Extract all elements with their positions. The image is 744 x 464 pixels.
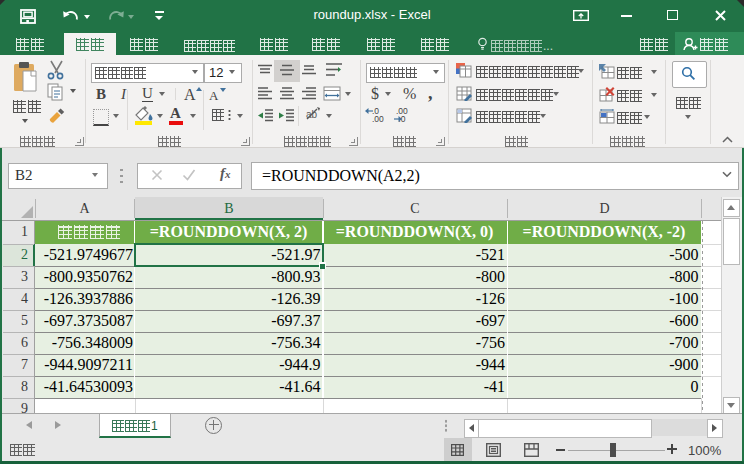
svg-text:ab: ab (306, 109, 318, 120)
